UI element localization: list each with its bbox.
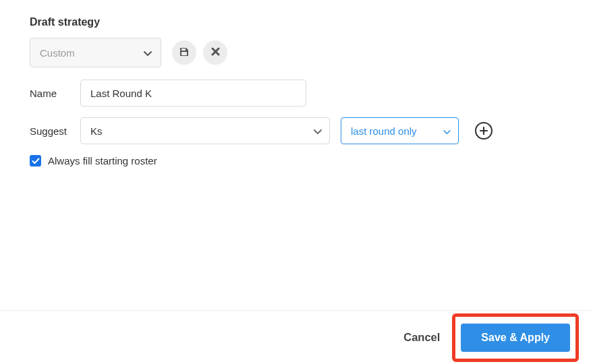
- close-icon: [211, 47, 220, 58]
- fill-roster-label: Always fill starting roster: [48, 155, 157, 166]
- check-icon: [32, 158, 40, 164]
- section-title: Draft strategy: [30, 16, 561, 28]
- dialog-footer: Cancel Save & Apply: [0, 310, 591, 364]
- svg-rect-0: [184, 49, 185, 51]
- suggest-label: Suggest: [30, 125, 74, 137]
- save-icon: [179, 47, 190, 59]
- plus-icon: [479, 126, 488, 135]
- cancel-button[interactable]: Cancel: [403, 331, 440, 344]
- suggest-round-select[interactable]: last round only: [341, 117, 459, 144]
- fill-roster-checkbox[interactable]: [30, 155, 41, 166]
- suggest-position-select[interactable]: Ks: [80, 117, 330, 144]
- strategy-select[interactable]: Custom: [30, 38, 161, 67]
- strategy-name-input[interactable]: [80, 80, 306, 107]
- add-rule-button[interactable]: [475, 122, 492, 140]
- highlighted-action-frame: Save & Apply: [452, 313, 579, 362]
- name-label: Name: [30, 88, 74, 99]
- delete-strategy-button[interactable]: [203, 40, 227, 65]
- save-strategy-button[interactable]: [172, 40, 196, 65]
- save-apply-button[interactable]: Save & Apply: [461, 324, 570, 352]
